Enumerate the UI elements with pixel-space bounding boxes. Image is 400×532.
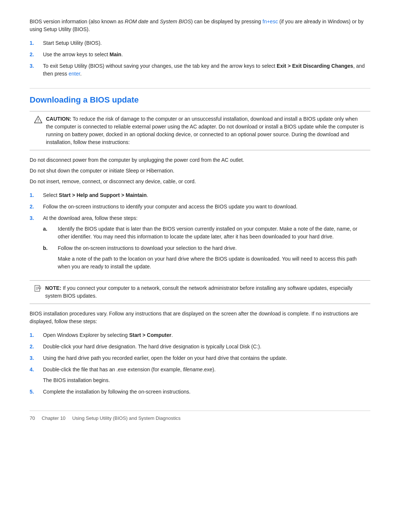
- rule-3: Do not insert, remove, connect, or disco…: [30, 178, 370, 185]
- sub-step-a-label: a.: [43, 225, 58, 241]
- install-step-5-num: 5.: [30, 388, 43, 396]
- note-box: ✎ NOTE: If you connect your computer to …: [30, 280, 370, 304]
- caution-triangle-icon: !: [34, 116, 42, 124]
- install-step-2-num: 2.: [30, 343, 43, 351]
- footer: 70 Chapter 10 Using Setup Utility (BIOS)…: [30, 411, 370, 422]
- svg-text:!: !: [37, 118, 39, 123]
- pre-step-1-content: Start Setup Utility (BIOS).: [43, 39, 370, 47]
- install-step-1-content: Open Windows Explorer by selecting Start…: [43, 331, 370, 339]
- main-step-1-content: Select Start > Help and Support > Mainta…: [43, 191, 370, 199]
- intro-text3: ) can be displayed by pressing: [191, 19, 263, 24]
- footer-chapter-title: Using Setup Utility (BIOS) and System Di…: [72, 415, 181, 421]
- intro-italic1: ROM date: [125, 19, 149, 24]
- pre-step-1: 1. Start Setup Utility (BIOS).: [30, 39, 370, 47]
- sub-step-a: a. Identify the BIOS update that is late…: [43, 225, 370, 241]
- sub-step-b-label: b.: [43, 244, 58, 271]
- section-title: Downloading a BIOS update: [30, 88, 370, 106]
- pre-steps-list: 1. Start Setup Utility (BIOS). 2. Use th…: [30, 39, 370, 78]
- caution-text: CAUTION: To reduce the risk of damage to…: [46, 115, 366, 146]
- install-steps-list: 1. Open Windows Explorer by selecting St…: [30, 331, 370, 396]
- caution-box: ! CAUTION: To reduce the risk of damage …: [30, 111, 370, 150]
- install-step-1: 1. Open Windows Explorer by selecting St…: [30, 331, 370, 339]
- main-step-1-num: 1.: [30, 191, 43, 199]
- sub-step-b-extra: Make a note of the path to the location …: [58, 255, 370, 271]
- intro-italic2: System BIOS: [160, 19, 191, 24]
- pre-step-1-num: 1.: [30, 39, 43, 47]
- main-step-2-num: 2.: [30, 203, 43, 211]
- main-step-3: 3. At the download area, follow these st…: [30, 214, 370, 274]
- note-paper-icon: ✎: [34, 285, 41, 292]
- note-text: NOTE: If you connect your computer to a …: [45, 284, 366, 300]
- install-step-3: 3. Using the hard drive path you recorde…: [30, 354, 370, 362]
- intro-text1: BIOS version information (also known as: [30, 19, 125, 24]
- svg-text:✎: ✎: [39, 287, 41, 290]
- sub-step-b-content: Follow the on-screen instructions to dow…: [58, 244, 370, 271]
- install-step-5-content: Complete the installation by following t…: [43, 388, 370, 396]
- main-step-1: 1. Select Start > Help and Support > Mai…: [30, 191, 370, 199]
- pre-step-2: 2. Use the arrow keys to select Main.: [30, 51, 370, 58]
- fn-esc-link[interactable]: fn+esc: [263, 19, 278, 24]
- note-icon: ✎: [34, 285, 41, 300]
- main-step-3-content: At the download area, follow these steps…: [43, 214, 370, 274]
- install-step-2: 2. Double-click your hard drive designat…: [30, 343, 370, 351]
- main-steps-list: 1. Select Start > Help and Support > Mai…: [30, 191, 370, 274]
- footer-page-num: 70: [30, 415, 35, 421]
- intro-text2: and: [149, 19, 160, 24]
- pre-step-3-content: To exit Setup Utility (BIOS) without sav…: [43, 62, 370, 78]
- sub-step-a-content: Identify the BIOS update that is later t…: [58, 225, 370, 241]
- install-step-3-num: 3.: [30, 354, 43, 362]
- rule-1: Do not disconnect power from the compute…: [30, 156, 370, 164]
- pre-step-2-content: Use the arrow keys to select Main.: [43, 51, 370, 58]
- caution-body: To reduce the risk of damage to the comp…: [46, 116, 364, 145]
- sub-step-b: b. Follow the on-screen instructions to …: [43, 244, 370, 271]
- rule-2: Do not shut down the computer or initiat…: [30, 167, 370, 175]
- main-step-3-num: 3.: [30, 214, 43, 274]
- install-step-2-content: Double-click your hard drive designation…: [43, 343, 370, 351]
- intro-paragraph: BIOS version information (also known as …: [30, 18, 370, 33]
- install-step-3-content: Using the hard drive path you recorded e…: [43, 354, 370, 362]
- pre-step-2-num: 2.: [30, 51, 43, 58]
- sub-list: a. Identify the BIOS update that is late…: [43, 225, 370, 271]
- main-step-2: 2. Follow the on-screen instructions to …: [30, 203, 370, 211]
- install-step-4: 4. Double-click the file that has an .ex…: [30, 366, 370, 384]
- install-step-4-extra: The BIOS installation begins.: [43, 377, 370, 384]
- footer-chapter: Chapter 10: [42, 415, 66, 421]
- caution-icon: !: [34, 116, 42, 146]
- main-step-2-content: Follow the on-screen instructions to ide…: [43, 203, 370, 211]
- install-step-4-num: 4.: [30, 366, 43, 384]
- install-step-5: 5. Complete the installation by followin…: [30, 388, 370, 396]
- enter-link[interactable]: enter: [69, 71, 80, 77]
- install-step-1-num: 1.: [30, 331, 43, 339]
- pre-step-3-num: 3.: [30, 62, 43, 78]
- note-body: If you connect your computer to a networ…: [45, 285, 353, 299]
- pre-step-3: 3. To exit Setup Utility (BIOS) without …: [30, 62, 370, 78]
- post-note-text: BIOS installation procedures vary. Follo…: [30, 310, 370, 325]
- install-step-4-content: Double-click the file that has an .exe e…: [43, 366, 370, 384]
